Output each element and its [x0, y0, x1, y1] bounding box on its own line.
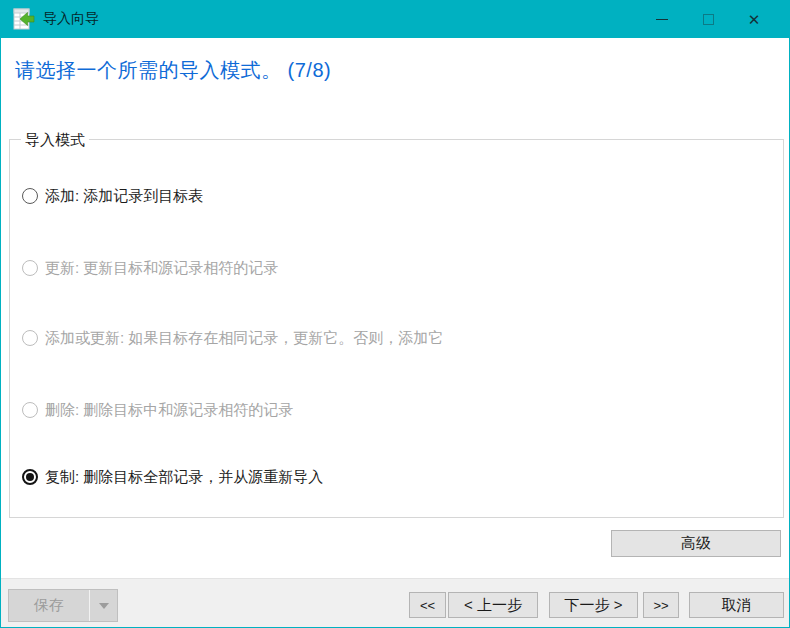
page-title: 请选择一个所需的导入模式。 (7/8): [15, 57, 331, 84]
radio-unchecked-icon: [22, 260, 38, 276]
save-dropdown-button[interactable]: [89, 590, 117, 621]
import-mode-groupbox: 导入模式 添加: 添加记录到目标表 更新: 更新目标和源记录相符的记录 添加或更…: [9, 139, 784, 518]
radio-option-update[interactable]: 更新: 更新目标和源记录相符的记录: [22, 259, 278, 277]
radio-option-label: 添加或更新: 如果目标存在相同记录，更新它。否则，添加它: [45, 329, 443, 348]
radio-option-append[interactable]: 添加: 添加记录到目标表: [22, 187, 203, 205]
last-step-button[interactable]: >>: [643, 592, 679, 618]
cancel-button[interactable]: 取消: [689, 592, 784, 618]
radio-unchecked-icon: [22, 188, 38, 204]
radio-option-append-update[interactable]: 添加或更新: 如果目标存在相同记录，更新它。否则，添加它: [22, 329, 443, 347]
radio-option-copy[interactable]: 复制: 删除目标全部记录，并从源重新导入: [22, 468, 323, 486]
radio-unchecked-icon: [22, 402, 38, 418]
save-button[interactable]: 保存: [9, 590, 89, 621]
radio-option-label: 更新: 更新目标和源记录相符的记录: [45, 259, 278, 278]
chevron-down-icon: [99, 603, 109, 609]
titlebar: 导入向导 ✕: [1, 0, 789, 38]
next-step-button[interactable]: 下一步 >: [549, 592, 638, 618]
first-step-button[interactable]: <<: [409, 592, 446, 618]
radio-option-label: 复制: 删除目标全部记录，并从源重新导入: [45, 468, 323, 487]
window-title: 导入向导: [43, 10, 99, 28]
minimize-button[interactable]: [639, 0, 685, 38]
radio-option-delete[interactable]: 删除: 删除目标中和源记录相符的记录: [22, 401, 293, 419]
import-wizard-window: 导入向导 ✕ 请选择一个所需的导入模式。 (7/8) 导入模式 添加: 添加记录…: [0, 0, 790, 628]
save-split-button[interactable]: 保存: [8, 589, 118, 622]
minimize-icon: [656, 19, 668, 20]
close-button[interactable]: ✕: [731, 0, 777, 38]
radio-unchecked-icon: [22, 330, 38, 346]
maximize-icon: [703, 14, 714, 25]
advanced-button[interactable]: 高级: [611, 530, 781, 557]
radio-option-label: 删除: 删除目标中和源记录相符的记录: [45, 401, 293, 420]
close-icon: ✕: [748, 12, 761, 27]
footer-bar: 保存 << < 上一步 下一步 > >> 取消: [1, 578, 789, 628]
table-import-icon: [12, 7, 36, 31]
maximize-button[interactable]: [685, 0, 731, 38]
prev-step-button[interactable]: < 上一步: [448, 592, 538, 618]
groupbox-label: 导入模式: [21, 131, 89, 150]
radio-option-label: 添加: 添加记录到目标表: [45, 187, 203, 206]
radio-checked-icon: [22, 469, 38, 485]
